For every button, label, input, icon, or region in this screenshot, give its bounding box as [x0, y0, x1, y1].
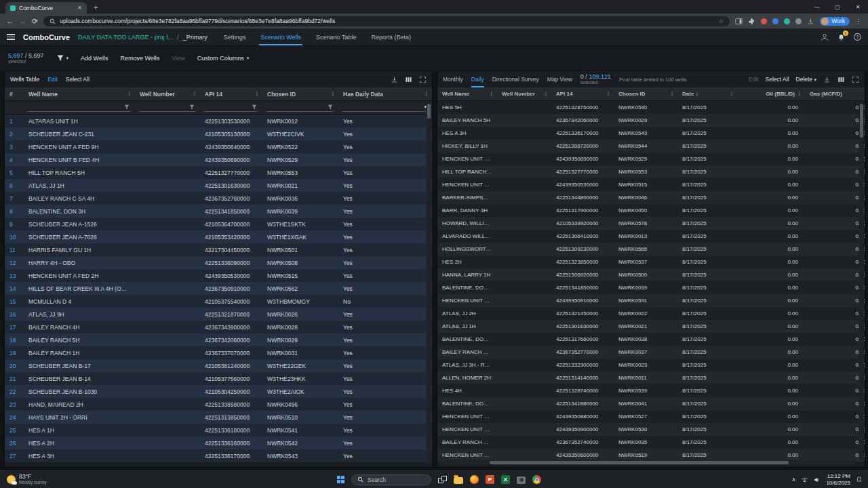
column-menu-icon[interactable]: ⋮ — [669, 91, 675, 97]
wells-table-row[interactable]: 21SCHEUBER JEAN B-1442105377560000W3THE2… — [5, 372, 432, 385]
column-menu-icon[interactable]: ⋮ — [543, 91, 549, 97]
wells-table-row[interactable]: 6ATLAS, JJ 1H42251301630000NWRK0021Yes — [5, 179, 432, 192]
columns-icon[interactable] — [837, 76, 845, 83]
col-chosen-id[interactable]: Chosen ID⋮ — [262, 87, 338, 100]
prod-table-row[interactable]: HES 2H42251323850000NWRK05378/17/20250.0… — [437, 256, 865, 268]
volume-icon[interactable] — [814, 476, 821, 483]
nav-scenario-table[interactable]: Scenario Table — [315, 28, 357, 45]
wells-table-row[interactable]: 20SCHEUBER JEAN B-1742105381240000W3THE2… — [5, 359, 432, 372]
wells-table-row[interactable]: 13HENCKEN UNIT A FED 2H42439350530000NWR… — [5, 269, 432, 282]
wells-select-all-button[interactable]: Select All — [66, 76, 90, 83]
help-icon[interactable]: ? — [854, 33, 861, 41]
column-menu-icon[interactable]: ⋮ — [863, 91, 865, 97]
col-[interactable]: # — [5, 87, 24, 100]
prod-table-row[interactable]: HENCKEN UNIT A FED 2H42439350530000NWRK0… — [437, 178, 865, 191]
col-oil-bbl-d[interactable]: Oil (BBL/D)⋮ — [737, 87, 805, 100]
side-panel-icon[interactable] — [735, 18, 743, 25]
taskbar-clock[interactable]: 12:12 PM 10/6/2025 — [826, 473, 850, 486]
task-view-icon[interactable] — [438, 476, 447, 484]
col-well-name[interactable]: Well Name⋮ — [437, 87, 497, 100]
wells-table-row[interactable]: 4HENCKEN UNIT B FED 4H42439350890000NWRK… — [5, 153, 432, 166]
prod-horizontal-scrollbar[interactable] — [440, 460, 855, 465]
prod-table-row[interactable]: HENCKEN UNIT B FED 6H42439350900000NWRK0… — [437, 423, 865, 436]
wells-vertical-scrollbar[interactable] — [427, 102, 431, 464]
prod-table-row[interactable]: BALENTINE, DON 5H42251341880000NWRK00418… — [437, 397, 865, 410]
site-info-icon[interactable] — [50, 18, 56, 24]
maximize-button[interactable]: ▢ — [827, 0, 848, 14]
column-menu-icon[interactable]: ⋮ — [192, 91, 197, 97]
close-button[interactable]: ✕ — [848, 0, 868, 14]
wells-table-row[interactable]: 9SCHEUBER JEAN A-152642105364700000W3THE… — [5, 218, 432, 230]
column-menu-icon[interactable]: ⋮ — [729, 91, 734, 97]
col-has-daily-data[interactable]: Has Daily Data⋮ — [338, 87, 432, 100]
prod-table-row[interactable]: ALLEN, HOMER 2H42251314140000NWRK00118/1… — [437, 371, 865, 384]
prod-table-row[interactable]: HANNA, LARRY 1H42251306920000NWRK05008/1… — [437, 268, 865, 281]
prod-table-row[interactable]: HES A 3H42251336170000NWRK05438/17/20250… — [437, 127, 865, 140]
filter-input-api-14[interactable] — [204, 104, 258, 112]
wells-table-row[interactable]: 8BALENTINE, DON 3H42251341850000NWRK0039… — [5, 205, 432, 218]
tab-daily[interactable]: Daily — [471, 71, 484, 87]
wells-table-row[interactable]: 12HARRY 4H - OBO42251336090000NWRK0508Ye… — [5, 256, 432, 269]
wells-table-row[interactable]: 2SCHEUBER JEAN C-23142105305130000W3THE2… — [5, 127, 432, 140]
wells-table-row[interactable]: 27HES A 3H42251336170000NWRK0543Yes — [5, 449, 432, 462]
file-explorer-icon[interactable] — [454, 477, 463, 484]
minimize-button[interactable]: — — [807, 0, 827, 14]
add-wells-button[interactable]: Add Wells — [81, 55, 108, 62]
back-icon[interactable]: ← — [6, 18, 14, 25]
column-menu-icon[interactable]: ⋮ — [127, 91, 132, 97]
prod-table-row[interactable]: ATLAS, JJ 2H42251321450000NWRK00228/17/2… — [437, 307, 865, 320]
wells-table-row[interactable]: 25HES A 1H42251336180000NWRK0541Yes — [5, 424, 432, 436]
col-well-name[interactable]: Well Name⋮ — [24, 87, 135, 100]
browser-tab[interactable]: ComboCurve ✕ — [5, 2, 87, 14]
prod-table-row[interactable]: HENCKEN UNIT B FED 3H42439350880000NWRK0… — [437, 410, 865, 423]
wells-table-row[interactable]: 7BAILEY RANCH C SA 4H42367352760000NWRK0… — [5, 192, 432, 205]
taskbar-weather-widget[interactable]: 83°F Mostly sunny — [0, 474, 47, 486]
extension-icon[interactable] — [784, 18, 790, 24]
wells-table-row[interactable]: 11HARRIS FAMILY GU 1H42217304450000NWRK0… — [5, 243, 432, 256]
tab-directional-survey[interactable]: Directional Survey — [492, 71, 539, 87]
prod-delete-button[interactable]: Delete ▾ — [796, 76, 816, 83]
column-menu-icon[interactable]: ⋮ — [797, 91, 802, 97]
extension-icon[interactable] — [761, 18, 767, 24]
fullscreen-icon[interactable] — [852, 76, 859, 83]
filter-button[interactable]: ▾ — [56, 54, 69, 62]
wells-table-row[interactable]: 1ALTARAS UNIT 1H42251303530000NWRK0012Ye… — [5, 115, 432, 127]
excel-icon[interactable]: X — [501, 475, 510, 484]
tray-expand-icon[interactable]: ∧ — [792, 476, 796, 483]
wells-table-row[interactable]: 10SCHEUBER JEAN A-702642105353420000W3TH… — [5, 230, 432, 243]
bookmark-star-icon[interactable]: ☆ — [718, 18, 724, 24]
nav-reports-beta[interactable]: Reports (Beta) — [370, 28, 412, 45]
wells-table-row[interactable]: 5HILL TOP RANCH 5H42251327770000NWRK0553… — [5, 166, 432, 179]
col-well-number[interactable]: Well Number⋮ — [135, 87, 200, 100]
browser-profile-chip[interactable]: Work — [820, 17, 850, 26]
nav-scenario-wells[interactable]: Scenario Wells — [259, 28, 302, 45]
prod-table-row[interactable]: BAILEY RANCH C SA 5H42367352770000NWRK00… — [437, 346, 865, 359]
prod-table-row[interactable]: HES 4H42251328740000NWRK05398/17/20250.0… — [437, 384, 865, 397]
col-date[interactable]: Date ↓⋮ — [677, 87, 737, 100]
export-download-icon[interactable] — [391, 76, 398, 83]
wells-edit-button[interactable]: Edit — [47, 76, 58, 83]
column-menu-icon[interactable]: ⋮ — [254, 91, 260, 97]
prod-table-row[interactable]: HES 5H42251328750000NWRK05408/17/20250.0… — [437, 101, 865, 114]
wells-table-row[interactable]: 19BAILEY RANCH 1H42367337070000NWRK0031Y… — [5, 346, 432, 359]
prod-table-row[interactable]: HOLLINGSWORTH, GARY...42251309230000NWRK… — [437, 243, 865, 256]
prod-table-row[interactable]: HENCKEN UNIT B FED 7H42439350910000NWRK0… — [437, 294, 865, 307]
prod-table-row[interactable]: HENCKEN UNIT B FED 5H42439350890000NWRK0… — [437, 152, 865, 165]
wells-table-row[interactable]: 17BAILEY RANCH 4H42367343900000NWRK0028Y… — [5, 321, 432, 333]
app-logo[interactable]: ComboCurve — [23, 33, 70, 41]
chrome-icon[interactable] — [532, 475, 541, 484]
prod-table-row[interactable]: BARR, DANNY 3H42251317900000NWRK00508/17… — [437, 204, 865, 217]
view-button[interactable]: View — [172, 55, 184, 62]
notifications-bell-icon[interactable]: 1 — [837, 33, 845, 41]
wells-table-row[interactable]: 22SCHEUBER JEAN B-103042105304250000W3TH… — [5, 385, 432, 398]
filter-input-well-name[interactable] — [28, 104, 131, 112]
prod-table-row[interactable]: ALVARADO WILLOW SPR...42251306410000NWRK… — [437, 230, 865, 243]
chevron-down-icon[interactable]: ▾ — [66, 56, 69, 61]
filter-input-chosen-id[interactable] — [267, 104, 334, 112]
tab-map-view[interactable]: Map View — [547, 71, 572, 87]
col-chosen-id[interactable]: Chosen ID⋮ — [614, 87, 677, 100]
wells-table-row[interactable]: 15MCMULLAN D 442105375540000W3THBMOMGYNo — [5, 295, 432, 308]
custom-columns-button[interactable]: Custom Columns ▾ — [197, 55, 250, 62]
wells-table-row[interactable]: 18BAILEY RANCH 5H42367342060000NWRK0029Y… — [5, 333, 432, 346]
prod-table-row[interactable]: BAILEY RANCH 5H42367342060000NWRK00298/1… — [437, 114, 865, 127]
